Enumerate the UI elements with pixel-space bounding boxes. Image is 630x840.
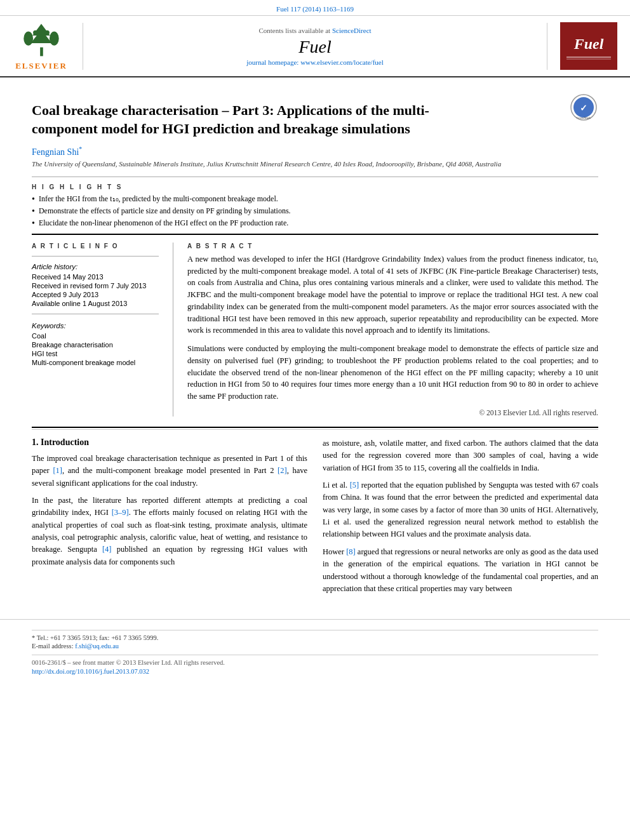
abstract-paragraph-2: Simulations were conducted by employing …	[187, 343, 598, 403]
journal-header: ELSEVIER Contents lists available at Sci…	[0, 16, 630, 77]
footnote-tel: * Tel.: +61 7 3365 5913; fax: +61 7 3365…	[32, 634, 598, 641]
abstract-copyright: © 2013 Elsevier Ltd. All rights reserved…	[187, 409, 598, 417]
svg-point-3	[23, 32, 33, 46]
divider-1	[32, 177, 598, 177]
journal-homepage: journal homepage: www.elsevier.com/locat…	[87, 58, 543, 66]
highlight-item-1: • Infer the HGI from the t₁₀, predicted …	[32, 194, 598, 204]
footer-divider-2	[32, 655, 598, 655]
highlight-item-2: • Demonstrate the effects of particle si…	[32, 206, 598, 217]
article-info-label: A R T I C L E I N F O	[32, 243, 159, 250]
author-name: Fengnian Shi*	[32, 145, 598, 157]
keyword-4: Multi-component breakage model	[32, 359, 159, 366]
crossmark-badge[interactable]: ✓ CrossMark	[570, 93, 598, 124]
svg-rect-0	[40, 48, 43, 57]
footnote-email: E-mail address: f.shi@uq.edu.au	[32, 643, 598, 650]
intro-para-4: Li et al. [5] reported that the equation…	[323, 479, 598, 541]
available-date: Available online 1 August 2013	[32, 300, 159, 307]
article-history-label: Article history:	[32, 263, 159, 270]
article-title: Coal breakage characterisation – Part 3:…	[32, 102, 476, 138]
highlights-label: H I G H L I G H T S	[32, 183, 598, 190]
sciencedirect-line: Contents lists available at ScienceDirec…	[87, 27, 543, 34]
section-divider-thin	[32, 429, 598, 430]
body-content: 1. Introduction The improved coal breaka…	[32, 437, 598, 601]
author-affiliation: The University of Queensland, Sustainabl…	[32, 160, 598, 168]
intro-para-2: In the past, the literature has reported…	[32, 495, 307, 568]
bullet-icon: •	[32, 206, 35, 217]
intro-heading: 1. Introduction	[32, 437, 307, 448]
bullet-icon: •	[32, 218, 35, 229]
abstract-col: A B S T R A C T A new method was develop…	[187, 243, 598, 417]
crossmark-icon: ✓ CrossMark	[570, 93, 598, 122]
article-info-abstract: A R T I C L E I N F O Article history: R…	[32, 243, 598, 417]
svg-text:CrossMark: CrossMark	[577, 116, 591, 119]
email-link[interactable]: f.shi@uq.edu.au	[75, 643, 119, 650]
keyword-3: HGI test	[32, 350, 159, 357]
footer-issn: 0016-2361/$ – see front matter © 2013 El…	[32, 659, 598, 666]
abstract-label: A B S T R A C T	[187, 243, 598, 250]
journal-ref-text: Fuel 117 (2014) 1163–1169	[276, 5, 354, 13]
accepted-date: Accepted 9 July 2013	[32, 291, 159, 298]
doi-link[interactable]: http://dx.doi.org/10.1016/j.fuel.2013.07…	[32, 668, 149, 675]
svg-text:Fuel: Fuel	[573, 36, 604, 52]
sciencedirect-link[interactable]: ScienceDirect	[332, 27, 372, 34]
footer: * Tel.: +61 7 3365 5913; fax: +61 7 3365…	[0, 619, 630, 680]
journal-center-info: Contents lists available at ScienceDirec…	[83, 23, 547, 70]
intro-para-5: Hower [8] argued that regressions or neu…	[323, 546, 598, 596]
journal-reference: Fuel 117 (2014) 1163–1169	[0, 0, 630, 16]
footer-divider	[32, 630, 598, 630]
received-date: Received 14 May 2013	[32, 273, 159, 281]
keyword-2: Breakage characterisation	[32, 341, 159, 349]
svg-point-6	[45, 30, 50, 35]
fuel-logo-svg: Fuel	[560, 22, 617, 70]
main-content: Coal breakage characterisation – Part 3:…	[0, 77, 630, 613]
article-info-col: A R T I C L E I N F O Article history: R…	[32, 243, 159, 417]
abstract-paragraph-1: A new method was developed to infer the …	[187, 253, 598, 337]
section-divider-thick	[32, 427, 598, 428]
highlight-item-3: • Elucidate the non-linear phenomenon of…	[32, 218, 598, 229]
col-divider	[173, 243, 173, 417]
fuel-logo-box: Fuel	[547, 18, 630, 74]
body-col-right: as moisture, ash, volatile matter, and f…	[323, 437, 598, 601]
received-revised-date: Received in revised form 7 July 2013	[32, 282, 159, 290]
svg-text:✓: ✓	[580, 103, 587, 113]
bullet-icon: •	[32, 194, 35, 204]
keywords-label: Keywords:	[32, 322, 159, 330]
elsevier-logo: ELSEVIER	[0, 16, 83, 76]
journal-name: Fuel	[87, 37, 543, 57]
keywords-section: Keywords: Coal Breakage characterisation…	[32, 322, 159, 366]
keyword-1: Coal	[32, 332, 159, 340]
intro-para-3: as moisture, ash, volatile matter, and f…	[323, 437, 598, 474]
body-col-left: 1. Introduction The improved coal breaka…	[32, 437, 307, 601]
info-divider	[32, 256, 159, 257]
elsevier-tree-icon	[16, 21, 67, 59]
svg-point-5	[33, 30, 37, 35]
intro-para-1: The improved coal breakage characterisat…	[32, 453, 307, 490]
fuel-logo: Fuel	[560, 22, 617, 70]
divider-2	[32, 234, 598, 235]
keywords-divider	[32, 314, 159, 314]
elsevier-brand: ELSEVIER	[15, 61, 67, 71]
svg-point-4	[50, 32, 59, 46]
highlights-list: • Infer the HGI from the t₁₀, predicted …	[32, 194, 598, 229]
